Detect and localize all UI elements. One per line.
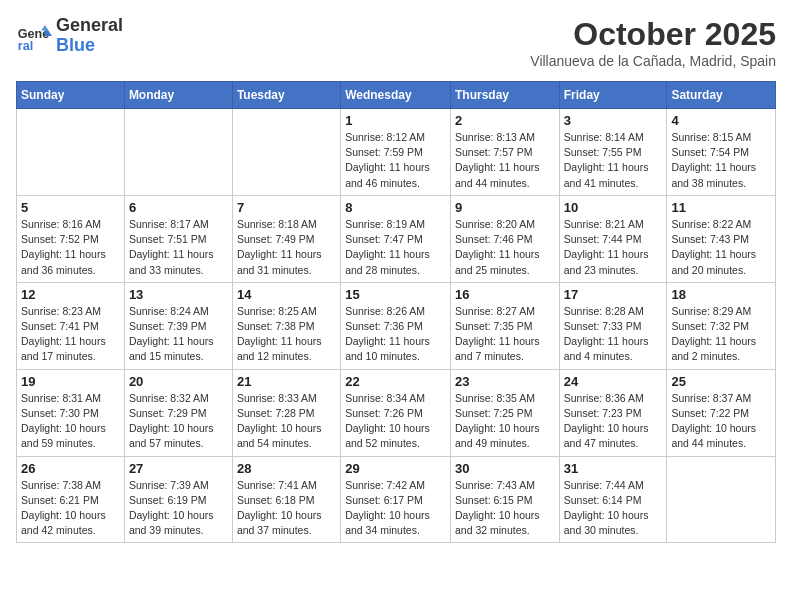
logo-icon: Gene ral [16,18,52,54]
day-info: Sunrise: 8:21 AM Sunset: 7:44 PM Dayligh… [564,217,663,278]
day-number: 2 [455,113,555,128]
day-number: 20 [129,374,228,389]
day-info: Sunrise: 7:42 AM Sunset: 6:17 PM Dayligh… [345,478,446,539]
calendar-cell [667,456,776,543]
weekday-header-sunday: Sunday [17,82,125,109]
calendar-cell: 8Sunrise: 8:19 AM Sunset: 7:47 PM Daylig… [341,195,451,282]
day-info: Sunrise: 8:20 AM Sunset: 7:46 PM Dayligh… [455,217,555,278]
day-info: Sunrise: 8:27 AM Sunset: 7:35 PM Dayligh… [455,304,555,365]
day-number: 28 [237,461,336,476]
day-info: Sunrise: 8:29 AM Sunset: 7:32 PM Dayligh… [671,304,771,365]
day-number: 18 [671,287,771,302]
calendar-cell: 16Sunrise: 8:27 AM Sunset: 7:35 PM Dayli… [450,282,559,369]
logo-text: General Blue [56,16,123,56]
day-number: 22 [345,374,446,389]
day-number: 26 [21,461,120,476]
day-info: Sunrise: 8:37 AM Sunset: 7:22 PM Dayligh… [671,391,771,452]
day-info: Sunrise: 8:25 AM Sunset: 7:38 PM Dayligh… [237,304,336,365]
day-info: Sunrise: 8:33 AM Sunset: 7:28 PM Dayligh… [237,391,336,452]
day-number: 1 [345,113,446,128]
day-info: Sunrise: 8:36 AM Sunset: 7:23 PM Dayligh… [564,391,663,452]
day-info: Sunrise: 7:44 AM Sunset: 6:14 PM Dayligh… [564,478,663,539]
calendar-cell: 4Sunrise: 8:15 AM Sunset: 7:54 PM Daylig… [667,109,776,196]
day-number: 5 [21,200,120,215]
day-number: 7 [237,200,336,215]
calendar-cell: 28Sunrise: 7:41 AM Sunset: 6:18 PM Dayli… [232,456,340,543]
day-info: Sunrise: 8:17 AM Sunset: 7:51 PM Dayligh… [129,217,228,278]
calendar-cell [232,109,340,196]
day-info: Sunrise: 8:31 AM Sunset: 7:30 PM Dayligh… [21,391,120,452]
day-info: Sunrise: 8:32 AM Sunset: 7:29 PM Dayligh… [129,391,228,452]
weekday-header-friday: Friday [559,82,667,109]
day-info: Sunrise: 8:23 AM Sunset: 7:41 PM Dayligh… [21,304,120,365]
day-number: 31 [564,461,663,476]
calendar-cell: 24Sunrise: 8:36 AM Sunset: 7:23 PM Dayli… [559,369,667,456]
calendar-cell: 10Sunrise: 8:21 AM Sunset: 7:44 PM Dayli… [559,195,667,282]
day-info: Sunrise: 7:43 AM Sunset: 6:15 PM Dayligh… [455,478,555,539]
week-row: 26Sunrise: 7:38 AM Sunset: 6:21 PM Dayli… [17,456,776,543]
calendar-cell: 21Sunrise: 8:33 AM Sunset: 7:28 PM Dayli… [232,369,340,456]
day-number: 13 [129,287,228,302]
day-info: Sunrise: 8:28 AM Sunset: 7:33 PM Dayligh… [564,304,663,365]
week-row: 5Sunrise: 8:16 AM Sunset: 7:52 PM Daylig… [17,195,776,282]
day-number: 12 [21,287,120,302]
logo-general: General [56,16,123,36]
calendar-cell: 30Sunrise: 7:43 AM Sunset: 6:15 PM Dayli… [450,456,559,543]
calendar-cell: 26Sunrise: 7:38 AM Sunset: 6:21 PM Dayli… [17,456,125,543]
day-number: 10 [564,200,663,215]
day-number: 21 [237,374,336,389]
day-info: Sunrise: 8:34 AM Sunset: 7:26 PM Dayligh… [345,391,446,452]
day-info: Sunrise: 8:26 AM Sunset: 7:36 PM Dayligh… [345,304,446,365]
calendar-cell: 2Sunrise: 8:13 AM Sunset: 7:57 PM Daylig… [450,109,559,196]
day-info: Sunrise: 8:14 AM Sunset: 7:55 PM Dayligh… [564,130,663,191]
calendar-cell: 18Sunrise: 8:29 AM Sunset: 7:32 PM Dayli… [667,282,776,369]
calendar-cell: 25Sunrise: 8:37 AM Sunset: 7:22 PM Dayli… [667,369,776,456]
calendar-cell: 9Sunrise: 8:20 AM Sunset: 7:46 PM Daylig… [450,195,559,282]
day-number: 25 [671,374,771,389]
day-info: Sunrise: 8:24 AM Sunset: 7:39 PM Dayligh… [129,304,228,365]
day-number: 29 [345,461,446,476]
day-number: 15 [345,287,446,302]
day-number: 23 [455,374,555,389]
day-info: Sunrise: 8:22 AM Sunset: 7:43 PM Dayligh… [671,217,771,278]
calendar-cell: 27Sunrise: 7:39 AM Sunset: 6:19 PM Dayli… [124,456,232,543]
weekday-header-monday: Monday [124,82,232,109]
calendar-cell: 13Sunrise: 8:24 AM Sunset: 7:39 PM Dayli… [124,282,232,369]
day-number: 24 [564,374,663,389]
calendar-cell: 6Sunrise: 8:17 AM Sunset: 7:51 PM Daylig… [124,195,232,282]
day-number: 3 [564,113,663,128]
weekday-header-tuesday: Tuesday [232,82,340,109]
week-row: 1Sunrise: 8:12 AM Sunset: 7:59 PM Daylig… [17,109,776,196]
logo: Gene ral General Blue [16,16,123,56]
calendar-cell: 15Sunrise: 8:26 AM Sunset: 7:36 PM Dayli… [341,282,451,369]
calendar-cell: 12Sunrise: 8:23 AM Sunset: 7:41 PM Dayli… [17,282,125,369]
day-number: 6 [129,200,228,215]
day-info: Sunrise: 7:39 AM Sunset: 6:19 PM Dayligh… [129,478,228,539]
day-number: 19 [21,374,120,389]
location: Villanueva de la Cañada, Madrid, Spain [530,53,776,69]
day-info: Sunrise: 8:13 AM Sunset: 7:57 PM Dayligh… [455,130,555,191]
day-number: 9 [455,200,555,215]
day-number: 11 [671,200,771,215]
day-info: Sunrise: 8:18 AM Sunset: 7:49 PM Dayligh… [237,217,336,278]
title-block: October 2025 Villanueva de la Cañada, Ma… [530,16,776,69]
week-row: 19Sunrise: 8:31 AM Sunset: 7:30 PM Dayli… [17,369,776,456]
calendar-cell: 22Sunrise: 8:34 AM Sunset: 7:26 PM Dayli… [341,369,451,456]
weekday-header-wednesday: Wednesday [341,82,451,109]
calendar-cell: 23Sunrise: 8:35 AM Sunset: 7:25 PM Dayli… [450,369,559,456]
day-info: Sunrise: 8:19 AM Sunset: 7:47 PM Dayligh… [345,217,446,278]
calendar-cell: 19Sunrise: 8:31 AM Sunset: 7:30 PM Dayli… [17,369,125,456]
logo-blue: Blue [56,36,123,56]
day-number: 30 [455,461,555,476]
day-info: Sunrise: 8:15 AM Sunset: 7:54 PM Dayligh… [671,130,771,191]
day-info: Sunrise: 8:12 AM Sunset: 7:59 PM Dayligh… [345,130,446,191]
calendar-cell: 31Sunrise: 7:44 AM Sunset: 6:14 PM Dayli… [559,456,667,543]
weekday-header-thursday: Thursday [450,82,559,109]
svg-text:ral: ral [18,39,33,53]
calendar-cell: 7Sunrise: 8:18 AM Sunset: 7:49 PM Daylig… [232,195,340,282]
week-row: 12Sunrise: 8:23 AM Sunset: 7:41 PM Dayli… [17,282,776,369]
page-header: Gene ral General Blue October 2025 Villa… [16,16,776,69]
day-number: 14 [237,287,336,302]
calendar-cell: 3Sunrise: 8:14 AM Sunset: 7:55 PM Daylig… [559,109,667,196]
calendar-cell: 14Sunrise: 8:25 AM Sunset: 7:38 PM Dayli… [232,282,340,369]
